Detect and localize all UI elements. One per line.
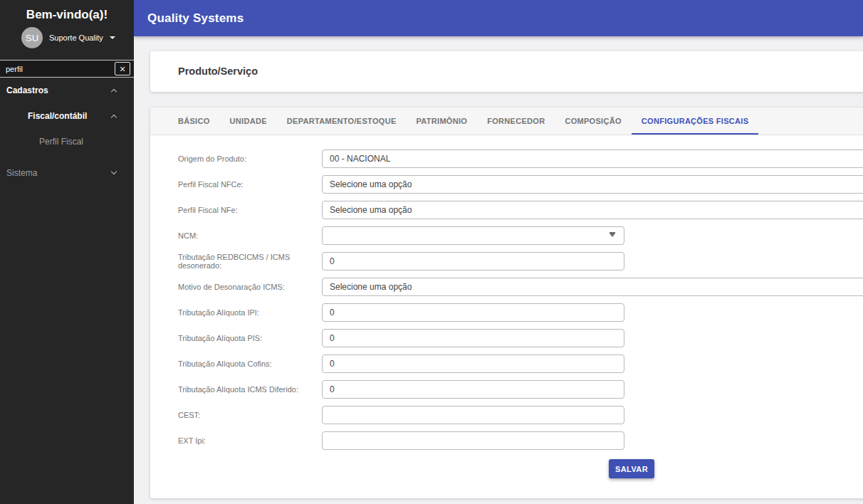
chevron-down-icon: [110, 36, 115, 39]
sidebar-item-perfil-fiscal[interactable]: Perfil Fiscal: [0, 136, 134, 149]
tributacao-redbcicms-input[interactable]: [322, 252, 624, 271]
perfil-fiscal-nfe-input[interactable]: [322, 201, 863, 219]
form-row-aliquota-cofins: Tributação Alíquota Cofins:: [178, 355, 863, 373]
close-icon: ×: [120, 64, 125, 74]
form-row-ncm: NCM:: [178, 226, 863, 245]
app-title: Quality Systems: [134, 0, 863, 36]
chevron-up-icon: [111, 89, 117, 95]
perfil-fiscal-nfce-label: Perfil Fiscal NFCe:: [178, 180, 322, 189]
aliquota-ipi-label: Tributação Alíquota IPI:: [178, 308, 322, 317]
form-row-perfil-fiscal-nfe: Perfil Fiscal NFe:: [178, 201, 863, 219]
sidebar-item-sistema[interactable]: Sistema: [0, 167, 134, 180]
sidebar-item-label: Perfil Fiscal: [39, 137, 83, 147]
form-row-aliquota-pis: Tributação Alíquota PIS:: [178, 329, 863, 347]
sidebar-item-label: Fiscal/contábil: [28, 111, 87, 121]
aliquota-icms-diferido-input[interactable]: [322, 380, 624, 399]
ncm-select: [322, 226, 624, 245]
motivo-desonaracao-icms-input[interactable]: [322, 278, 863, 296]
cest-label: CEST:: [178, 411, 322, 419]
save-button[interactable]: SALVAR: [609, 459, 654, 478]
aliquota-pis-label: Tributação Alíquota PIS:: [178, 334, 322, 342]
origem-do-produto-input[interactable]: [322, 149, 863, 168]
tab-configuracoes-fiscais[interactable]: CONFIGURAÇÕES FISCAIS: [632, 107, 759, 135]
tab-basico[interactable]: BÁSICO: [168, 107, 220, 135]
tab-fornecedor[interactable]: FORNECEDOR: [477, 107, 555, 135]
motivo-desonaracao-icms-label: Motivo de Desonaração ICMS:: [178, 283, 322, 291]
aliquota-cofins-label: Tributação Alíquota Cofins:: [178, 359, 322, 368]
form-card: BÁSICOUNIDADEDEPARTAMENTO/ESTOQUEPATRIMÔ…: [150, 107, 863, 498]
aliquota-pis-input[interactable]: [322, 329, 624, 347]
form-row-ext-ipi: EXT Ipi:: [178, 431, 863, 450]
cest-input[interactable]: [322, 406, 624, 424]
aliquota-ipi-input[interactable]: [322, 303, 624, 322]
welcome-title: Bem-vindo(a)!: [0, 0, 134, 22]
form-row-perfil-fiscal-nfce: Perfil Fiscal NFCe:: [178, 175, 863, 194]
ext-ipi-input[interactable]: [322, 431, 624, 450]
form-row-tributacao-redbcicms: Tributação REDBCICMS / ICMS desonerado:: [178, 252, 863, 271]
avatar: SU: [21, 27, 43, 48]
save-row: SALVAR: [178, 459, 863, 478]
chevron-down-icon: [111, 169, 117, 174]
origem-do-produto-label: Origem do Produto:: [178, 154, 322, 163]
page-title: Produto/Serviço: [150, 51, 863, 92]
tab-unidade[interactable]: UNIDADE: [220, 107, 277, 135]
user-menu[interactable]: SU Suporte Quality: [0, 27, 134, 48]
sidebar-item-cadastros[interactable]: Cadastros: [0, 85, 134, 98]
tab-patrimonio[interactable]: PATRIMÔNIO: [407, 107, 478, 135]
user-name: Suporte Quality: [49, 33, 103, 42]
perfil-fiscal-nfe-label: Perfil Fiscal NFe:: [178, 206, 322, 214]
ncm-label: NCM:: [178, 231, 322, 240]
sidebar: Bem-vindo(a)! SU Suporte Quality × Cadas…: [0, 0, 134, 504]
clear-search-button[interactable]: ×: [115, 62, 130, 75]
ext-ipi-label: EXT Ipi:: [178, 436, 322, 445]
aliquota-cofins-input[interactable]: [322, 355, 624, 373]
sidebar-item-fiscal-contabil[interactable]: Fiscal/contábil: [0, 110, 134, 123]
page-header-card: Produto/Serviço: [150, 51, 863, 92]
form-row-cest: CEST:: [178, 406, 863, 424]
perfil-fiscal-nfce-input[interactable]: [322, 175, 863, 194]
ncm-input[interactable]: [322, 226, 624, 245]
sidebar-item-label: Sistema: [6, 168, 37, 178]
form-row-origem-do-produto: Origem do Produto:: [178, 149, 863, 168]
sidebar-item-label: Cadastros: [6, 85, 48, 95]
form-row-aliquota-ipi: Tributação Alíquota IPI:: [178, 303, 863, 322]
form-row-aliquota-icms-diferido: Tributação Alíquota ICMS Diferido:: [178, 380, 863, 399]
sidebar-search: ×: [0, 60, 134, 78]
search-input[interactable]: [0, 65, 115, 73]
app-bar: Quality Systems: [134, 0, 863, 36]
form-row-motivo-desonaracao-icms: Motivo de Desonaração ICMS:: [178, 278, 863, 296]
tab-composicao[interactable]: COMPOSIÇÃO: [555, 107, 631, 135]
tab-departamento-estoque[interactable]: DEPARTAMENTO/ESTOQUE: [277, 107, 407, 135]
tab-bar: BÁSICOUNIDADEDEPARTAMENTO/ESTOQUEPATRIMÔ…: [150, 107, 863, 135]
fiscal-config-form: Origem do Produto:Perfil Fiscal NFCe:Per…: [150, 135, 863, 478]
tributacao-redbcicms-label: Tributação REDBCICMS / ICMS desonerado:: [178, 253, 322, 270]
aliquota-icms-diferido-label: Tributação Alíquota ICMS Diferido:: [178, 385, 322, 394]
chevron-up-icon: [111, 115, 117, 120]
